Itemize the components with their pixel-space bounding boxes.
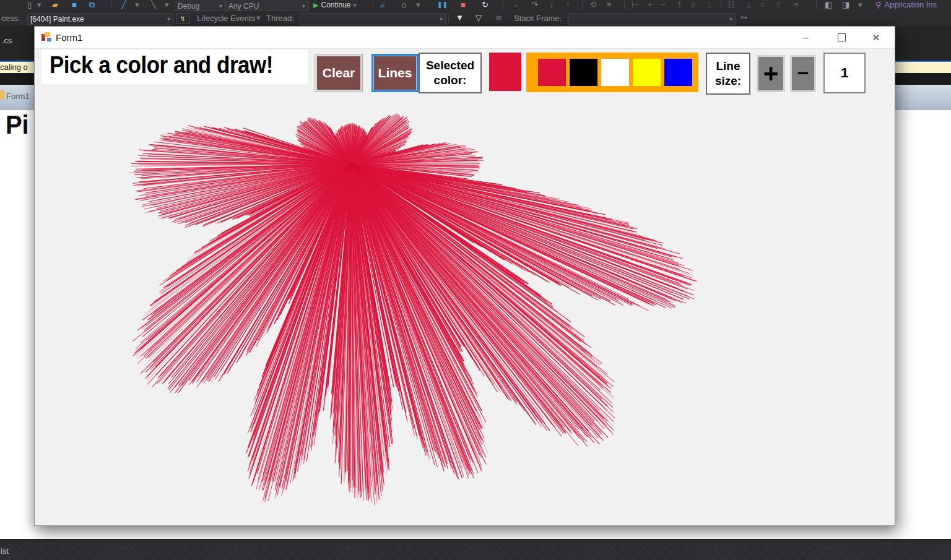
selected-color-line1: Selected [426, 58, 474, 73]
process-dropdown-value: [6404] Paint.exe [30, 14, 84, 24]
align-top-icon[interactable]: ⊤ [676, 0, 683, 11]
palette-swatch-blue[interactable] [664, 59, 692, 86]
increase-space-icon[interactable]: + [648, 0, 653, 11]
bottom-panel-divider [0, 543, 951, 543]
maximize-icon [838, 33, 846, 41]
dropdown-caret-icon: ▾ [167, 14, 170, 24]
palette-swatch-yellow[interactable] [633, 59, 661, 86]
application-insights-button[interactable]: ⚲Application Ins [875, 0, 937, 11]
search-icon[interactable]: ⌕ [380, 0, 385, 11]
form1-window: Form1 ─ ✕ Pick a color and draw! Clear L… [34, 26, 895, 526]
continue-button[interactable]: ▶Continue▾ [313, 0, 357, 11]
size-to-grid-icon[interactable]: ⌗ [760, 0, 765, 11]
dropdown-caret-icon[interactable]: ▾ [165, 0, 169, 11]
drawing-canvas[interactable] [35, 48, 895, 525]
stack-frame-label: Stack Frame: [514, 11, 562, 26]
hot-reload-icon[interactable]: ⟲ [589, 0, 596, 11]
save-icon[interactable]: ■ [72, 0, 77, 11]
clipboard-icon[interactable]: ▯ [27, 0, 32, 11]
continue-label: Continue [321, 1, 350, 9]
thread-label: Thread: [266, 11, 294, 26]
palette-swatch-black[interactable] [570, 59, 597, 86]
clear-button[interactable]: Clear [315, 54, 363, 92]
panel-drag-texture[interactable] [0, 545, 951, 560]
palette-swatch-white[interactable] [601, 59, 629, 86]
application-insights-label: Application Ins [885, 0, 937, 9]
align-bottom-icon[interactable]: ⊥ [706, 0, 713, 11]
dropdown-caret-icon: ▾ [354, 2, 357, 9]
form1-app-icon [41, 32, 52, 43]
save-all-icon[interactable]: ⧉ [89, 0, 95, 11]
suppress-icon[interactable]: ≋ [495, 11, 502, 26]
window-title: Form1 [56, 32, 82, 43]
line-size-label: Line size: [706, 53, 750, 95]
restart-icon[interactable]: ↻ [482, 0, 489, 11]
debug-configuration-dropdown[interactable]: Debug▾ [175, 1, 225, 11]
undo-pen-icon[interactable]: ╱ [121, 0, 126, 11]
step-over-icon[interactable]: ↷ [531, 0, 538, 11]
dropdown-caret-icon: ▾ [219, 2, 222, 11]
line-size-line1: Line [716, 59, 740, 74]
window-titlebar[interactable]: Form1 ─ ✕ [35, 27, 895, 49]
stack-frame-dropdown[interactable]: ▾ [568, 13, 736, 25]
vs-debug-location-toolbar: cess:[6404] Paint.exe▾↯Lifecycle Events▾… [0, 11, 951, 26]
designer-label-fragment: Pi [6, 110, 29, 140]
inspect-element-icon[interactable]: ⌂ [401, 0, 406, 11]
step-into-icon[interactable]: ↓ [550, 0, 554, 11]
palette-swatch-crimson[interactable] [538, 59, 566, 86]
form-icon [0, 90, 4, 99]
dropdown-caret-icon[interactable]: ▾ [256, 11, 261, 26]
lines-button[interactable]: Lines [371, 54, 419, 92]
line-size-line2: size: [715, 74, 741, 88]
filter-clear-icon[interactable]: ▽ [476, 11, 482, 26]
bottom-panel-title-fragment: ist [1, 546, 9, 556]
align-left-icon[interactable]: ⊢ [632, 0, 638, 11]
platform-dropdown-value: Any CPU [228, 2, 259, 11]
toolbar-options-icon[interactable]: ≡ [607, 0, 612, 11]
format-icon[interactable]: -≡ [791, 0, 799, 11]
filter-icon[interactable]: ▼ [456, 11, 464, 26]
same-size-icon[interactable]: # [691, 0, 695, 11]
decrease-line-size-button[interactable]: − [790, 55, 816, 92]
separator [721, 1, 721, 9]
send-back-icon[interactable]: ⊥ [745, 0, 752, 11]
close-button[interactable]: ✕ [862, 27, 890, 48]
decrease-space-icon[interactable]: − [661, 0, 666, 11]
color-palette [526, 53, 698, 92]
selected-color-swatch [489, 53, 521, 91]
increase-line-size-button[interactable]: + [757, 55, 785, 92]
apply-window-layout-icon[interactable]: ◨ [842, 0, 849, 11]
lightbulb-icon: ⚲ [875, 0, 882, 9]
dropdown-caret-icon[interactable]: ▾ [135, 0, 139, 11]
platform-dropdown[interactable]: Any CPU▾ [225, 1, 308, 11]
designer-tab-form1[interactable]: Form1 [6, 92, 30, 101]
maximize-button[interactable] [827, 27, 856, 48]
app-header-label: Pick a color and draw! [41, 50, 308, 84]
pause-icon[interactable]: ❚❚ [437, 0, 448, 11]
separator [111, 1, 112, 9]
separator [582, 1, 583, 9]
dropdown-caret-icon[interactable]: ▾ [37, 0, 41, 11]
vs-toolbar-row1: ▯▾▰■⧉╱▾╲▾Debug▾Any CPU▾▶Continue▾⌕⌂▾❚❚■↻… [0, 0, 951, 12]
toolbar-overflow-icon[interactable]: ≡▾ [740, 11, 747, 26]
selected-color-line2: color: [434, 73, 467, 88]
stop-icon[interactable]: ■ [461, 0, 466, 11]
dropdown-caret-icon: ▾ [729, 14, 732, 24]
save-window-layout-icon[interactable]: ◧ [825, 0, 832, 11]
step-out-icon[interactable]: ↑ [566, 0, 570, 11]
tab-cs-file[interactable]: .cs [2, 36, 12, 45]
dropdown-caret-icon[interactable]: ▾ [858, 0, 862, 11]
dropdown-caret-icon[interactable]: ▾ [416, 0, 420, 11]
lifecycle-lightning-icon[interactable]: ↯ [176, 14, 189, 24]
tab-order-icon[interactable]: ‼ [776, 0, 781, 11]
thread-dropdown[interactable]: ▾ [300, 13, 446, 25]
process-dropdown[interactable]: [6404] Paint.exe▾ [27, 13, 173, 25]
show-next-statement-icon[interactable]: → [511, 0, 519, 11]
redo-line-icon[interactable]: ╲ [151, 0, 156, 11]
minimize-button[interactable]: ─ [791, 27, 820, 48]
bring-front-icon[interactable]: ⁅⁆ [728, 0, 734, 11]
open-folder-icon[interactable]: ▰ [52, 0, 58, 11]
continue-play-icon: ▶ [313, 1, 318, 9]
separator [816, 1, 817, 9]
debug-configuration-dropdown-value: Debug [178, 2, 199, 11]
